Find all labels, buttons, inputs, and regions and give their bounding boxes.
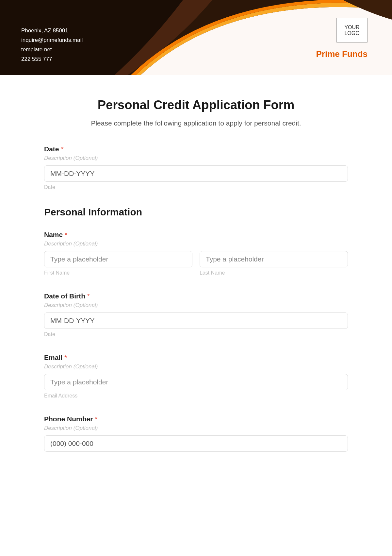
dob-description[interactable]: Description (Optional) <box>44 302 348 309</box>
date-input[interactable] <box>44 165 348 182</box>
contact-info: Phoenix, AZ 85001 inquire@primefunds.mai… <box>21 26 83 64</box>
date-description[interactable]: Description (Optional) <box>44 155 348 161</box>
date-label: Date * <box>44 145 348 153</box>
logo-placeholder: YOUR LOGO <box>336 18 368 42</box>
field-dob: Date of Birth * Description (Optional) D… <box>44 292 348 337</box>
email-description[interactable]: Description (Optional) <box>44 363 348 370</box>
logo-text: YOUR LOGO <box>337 25 367 36</box>
letterhead: Phoenix, AZ 85001 inquire@primefunds.mai… <box>0 0 392 75</box>
form-body: Personal Credit Application Form Please … <box>44 75 348 465</box>
field-date: Date * Description (Optional) Date <box>44 145 348 190</box>
email-sublabel: Email Address <box>44 393 348 399</box>
phone-description[interactable]: Description (Optional) <box>44 425 348 431</box>
phone-input[interactable] <box>44 435 348 452</box>
contact-address: Phoenix, AZ 85001 <box>21 26 83 36</box>
field-phone: Phone Number * Description (Optional) <box>44 415 348 452</box>
field-name: Name * Description (Optional) First Name… <box>44 231 348 276</box>
name-description[interactable]: Description (Optional) <box>44 241 348 247</box>
first-name-input[interactable] <box>44 251 192 267</box>
first-name-sublabel: First Name <box>44 270 192 276</box>
page-title: Personal Credit Application Form <box>44 98 348 112</box>
contact-email: inquire@primefunds.mail <box>21 36 83 45</box>
section-personal-info: Personal Information <box>44 207 348 218</box>
name-label: Name * <box>44 231 348 239</box>
dob-label: Date of Birth * <box>44 292 348 300</box>
date-sublabel: Date <box>44 184 348 190</box>
contact-website: template.net <box>21 45 83 55</box>
email-input[interactable] <box>44 374 348 390</box>
contact-phone: 222 555 777 <box>21 55 83 64</box>
brand-name: Prime Funds <box>316 49 368 59</box>
field-email: Email * Description (Optional) Email Add… <box>44 354 348 399</box>
email-label: Email * <box>44 354 348 362</box>
page-subtitle: Please complete the following applicatio… <box>44 119 348 127</box>
last-name-input[interactable] <box>200 251 348 267</box>
dob-input[interactable] <box>44 312 348 329</box>
phone-label: Phone Number * <box>44 415 348 423</box>
dob-sublabel: Date <box>44 331 348 337</box>
last-name-sublabel: Last Name <box>200 270 348 276</box>
